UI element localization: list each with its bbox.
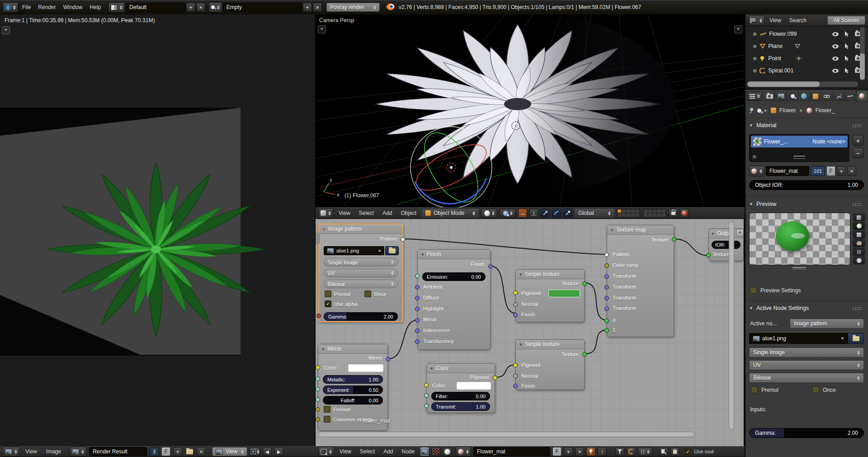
image-source-select[interactable]: Single Image — [324, 258, 398, 267]
copy-button[interactable] — [659, 447, 668, 456]
manipulator-translate-button[interactable] — [529, 209, 538, 218]
socket-filter-in[interactable] — [424, 393, 429, 398]
socket-transform-in[interactable] — [604, 274, 609, 279]
menu-help[interactable]: Help — [86, 4, 104, 10]
visibility-icon[interactable] — [832, 32, 839, 36]
tab-render[interactable] — [764, 91, 775, 101]
collapse-icon[interactable]: ▼ — [610, 228, 614, 232]
socket-translucency-in[interactable] — [415, 339, 420, 344]
mirror-color-swatch[interactable] — [348, 364, 383, 372]
socket-finish-in[interactable] — [513, 313, 518, 317]
socket-ambient-in[interactable] — [415, 285, 420, 290]
outliner-vertical-scrollbar[interactable] — [860, 27, 865, 81]
pivot-point-select[interactable] — [500, 209, 516, 218]
use-alpha-checkbox[interactable]: ✓Use alpha — [325, 300, 358, 307]
editor-type-node-button[interactable] — [318, 447, 334, 457]
preview-monkey-button[interactable] — [853, 239, 865, 247]
region-expand-button[interactable]: + — [734, 25, 742, 33]
material-name-field[interactable]: Flower_mat — [473, 447, 550, 456]
socket-0-in[interactable] — [604, 319, 609, 323]
socket-colorramp-in[interactable] — [604, 263, 609, 268]
preview-cube-button[interactable] — [853, 231, 865, 238]
frame-back-button[interactable]: ◀ — [263, 447, 272, 456]
menu-select[interactable]: Select — [357, 448, 378, 455]
add-material-slot-button[interactable]: + — [853, 135, 863, 146]
socket-finish-in[interactable] — [513, 384, 518, 388]
preview-hair-button[interactable] — [853, 248, 865, 256]
expand-icon[interactable]: ⊕ — [753, 31, 757, 37]
transmit-slider[interactable]: Transmit:1.00 — [431, 402, 490, 411]
image-datablock-field[interactable]: aloe1.png × — [324, 246, 384, 255]
shader-type-texture-button[interactable] — [431, 447, 440, 456]
panel-grip-icon[interactable] — [852, 124, 862, 128]
scene-browse-button[interactable] — [209, 2, 222, 12]
socket-color-in[interactable] — [316, 365, 320, 370]
vertical-scrollbar[interactable] — [729, 222, 734, 430]
collapse-icon[interactable]: ▼ — [519, 272, 523, 276]
shader-type-world-button[interactable] — [443, 447, 452, 456]
unlink-material-button[interactable]: × — [575, 447, 584, 456]
unlink-image-button[interactable]: × — [378, 248, 381, 253]
socket-finish-out[interactable] — [488, 264, 493, 269]
node-editor-area[interactable]: ▼Image pattern Pattern aloe1.png × Singl… — [316, 219, 745, 446]
editor-type-3dview-button[interactable] — [318, 208, 333, 218]
socket-diffuse-in[interactable] — [415, 296, 420, 300]
selectability-icon[interactable] — [844, 56, 849, 61]
display-channels-select[interactable]: View — [212, 447, 247, 456]
socket-texture-out[interactable] — [672, 237, 676, 242]
collapse-icon[interactable]: ▼ — [321, 347, 325, 351]
once-checkbox[interactable]: Once — [364, 290, 387, 297]
menu-object[interactable]: Object — [398, 210, 420, 216]
object-name[interactable]: Plane — [768, 43, 783, 49]
outliner-item-flower[interactable]: ⊕ Flower.099 — [745, 28, 862, 40]
panel-grip-icon[interactable] — [852, 307, 862, 310]
socket-pigment-in[interactable] — [513, 290, 518, 295]
editor-type-outliner-button[interactable] — [748, 15, 764, 25]
socket-pigment-in[interactable] — [513, 363, 518, 367]
collapsed-panel-tab[interactable] — [316, 233, 320, 244]
socket-falloff-in[interactable] — [316, 397, 320, 402]
socket-conserve-in[interactable] — [316, 417, 320, 422]
collapse-icon[interactable]: ▼ — [322, 227, 326, 231]
premul-checkbox[interactable]: Premul — [325, 290, 350, 297]
mode-select[interactable]: Object Mode — [422, 209, 479, 218]
fake-user-button[interactable]: F — [161, 447, 170, 456]
socket-mirror-in[interactable] — [415, 318, 420, 323]
tab-object[interactable] — [810, 91, 821, 101]
menu-view[interactable]: View — [22, 448, 40, 455]
region-expand-button[interactable]: + — [2, 26, 10, 34]
preview-flat-button[interactable] — [853, 214, 865, 221]
active-node-panel-header[interactable]: ▼ Active Node Settings — [749, 305, 809, 311]
expand-icon[interactable]: ⊕ — [753, 43, 757, 49]
menu-image[interactable]: Image — [43, 448, 64, 455]
gamma-slider[interactable]: Gamma: 2.00 — [749, 428, 864, 438]
menu-node[interactable]: Node — [399, 448, 418, 455]
exponent-slider[interactable]: Exponent:0.50 — [323, 386, 383, 394]
visibility-icon[interactable] — [832, 69, 839, 73]
preview-world-button[interactable] — [853, 257, 865, 264]
socket-color-in[interactable] — [424, 383, 429, 387]
image-datablock-field[interactable]: Render Result — [89, 447, 147, 456]
image-browse-button[interactable] — [70, 447, 86, 457]
image-editor-area[interactable]: Frame:1 | Time:00:35.99 | Mem:50.53M (0.… — [0, 14, 316, 446]
go-to-parent-button[interactable]: ↑ — [598, 447, 607, 456]
expand-icon[interactable]: ⊕ — [753, 56, 757, 62]
manipulator-toggle-button[interactable]: ↔ — [518, 209, 527, 218]
render-border-button[interactable] — [680, 209, 689, 218]
socket-transform-in[interactable] — [604, 306, 609, 311]
socket-exponent-in[interactable] — [316, 387, 320, 391]
lock-to-scene-button[interactable] — [669, 209, 678, 218]
interpolation-select[interactable]: Bilinear — [749, 373, 864, 383]
material-name-field[interactable]: Flower_mat — [766, 166, 809, 176]
viewport-3d-area[interactable]: xy Camera Persp (1) Flower.067 + + — [316, 14, 745, 207]
ior-slider[interactable]: IOR: — [712, 241, 741, 249]
material-users-count[interactable]: 101 — [811, 166, 825, 176]
visibility-icon[interactable] — [832, 44, 839, 48]
image-source-select[interactable]: Single Image — [749, 348, 864, 357]
screen-layout-name-field[interactable]: Default — [126, 3, 185, 12]
socket-pattern-in[interactable] — [604, 252, 609, 257]
preview-panel-header[interactable]: ▼ Preview — [749, 201, 776, 207]
shader-type-material-button[interactable] — [420, 447, 429, 456]
object-name[interactable]: Flower.099 — [769, 31, 797, 37]
transform-orientation-select[interactable]: Global — [575, 209, 614, 218]
